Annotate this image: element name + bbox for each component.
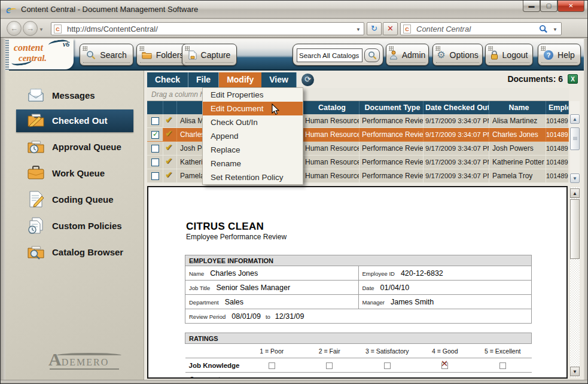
preview-scrollbar[interactable]: ▲ ▼ [570,187,580,377]
cell-date: 9/17/2009 3:34:07 PM [424,156,489,169]
row-checkbox[interactable] [151,159,159,166]
sidebar-item-catalog-browser[interactable]: Catalog Browser [5,241,144,264]
forward-button[interactable]: → [23,21,38,36]
cell-date: 9/17/2009 3:34:07 PM [424,128,489,142]
menu-item-set-retention-policy[interactable]: Set Retention Policy [203,170,303,184]
refresh-grid-icon[interactable]: ⟳ [301,74,314,86]
export-excel-icon[interactable]: X [568,74,578,84]
document-preview-pane[interactable]: CITRUS CLEAN Employee Performance Review… [147,186,568,379]
minimize-button[interactable]: ▬ [523,1,540,12]
options-button-label: Options [450,50,479,60]
menu-item-edit-document[interactable]: Edit Document [203,102,303,115]
rating-checkbox[interactable] [384,362,391,369]
header-checkbox-column[interactable] [147,101,163,114]
sidebar-item-label: Work Queue [52,168,105,178]
menu-file[interactable]: File [188,72,219,87]
folders-button[interactable]: Folders [136,44,189,66]
browser-search-input[interactable] [415,23,529,35]
menu-item-replace[interactable]: Replace [203,143,303,157]
employee-info-header: EMPLOYEE INFORMATION [185,255,532,266]
scroll-up-icon[interactable]: ▲ [570,114,580,124]
envelope-icon [27,86,45,104]
header-status-column[interactable] [163,101,177,114]
row-checkbox[interactable] [151,172,159,180]
menu-view[interactable]: View [261,72,297,87]
field-label: Review Period [189,313,226,320]
drag-hint-text: Drag a column he [151,90,208,99]
sidebar-item-work-queue[interactable]: Work Queue [5,162,144,185]
ratings-header: RATINGS [185,333,532,344]
header-name[interactable]: Name [489,101,546,114]
field-label: Department [189,299,219,306]
search-icon[interactable] [539,25,548,33]
folder-search-icon [27,243,45,261]
catalog-search-input[interactable] [297,48,362,62]
refresh-button[interactable]: ↻ [367,22,382,35]
grid-scrollbar[interactable]: ▲ ▼ [570,101,580,183]
folder-clock-icon [27,138,45,156]
header-employee-id[interactable]: Employee [546,101,569,114]
options-button[interactable]: ⚙ Options [432,44,483,66]
menu-item-append[interactable]: Append [203,129,303,143]
scroll-down-icon[interactable]: ▼ [570,173,580,183]
magnifier-icon [368,51,377,60]
cell-name: Josh Powers [489,142,546,156]
field-label: Date [362,285,374,291]
header-date-checked-out[interactable]: Date Checked Out [424,101,489,114]
scroll-up-icon[interactable]: ▲ [570,188,580,198]
sidebar-item-custom-policies[interactable]: Custom Policies [5,215,144,237]
url-box[interactable]: C ▼ [51,22,364,35]
cell-document-type: Performance Review [359,128,424,142]
field-value-review-start: 08/01/09 [231,312,261,321]
title-bar[interactable]: e Content Central - Document Management … [1,1,588,19]
preview-doc-title: Employee Performance Review [186,233,287,241]
menu-item-check-out-in[interactable]: Check Out/In [203,115,303,129]
url-input[interactable] [66,23,341,35]
folders-button-label: Folders [156,50,184,60]
rating-row-label: Job Knowledge [185,358,243,373]
menu-modify[interactable]: Modify [219,72,261,87]
maximize-button[interactable]: ▢ [540,1,557,12]
search-button[interactable]: Search [80,44,133,66]
search-options-dropdown-icon[interactable]: ▼ [553,27,557,32]
rating-checkbox[interactable] [269,362,275,369]
documents-count: Documents: 6 [491,74,563,84]
catalog-search-button[interactable] [364,48,380,62]
scroll-down-icon[interactable]: ▼ [570,367,580,376]
header-document-type[interactable]: Document Type [359,101,424,114]
close-button[interactable]: ✕ [557,1,584,12]
cell-date: 9/17/2009 3:34:07 PM [424,169,489,183]
help-icon: ? [544,50,553,60]
logout-button[interactable]: Logout [485,44,533,66]
capture-button[interactable]: Capture [182,44,237,66]
browser-logo-icon: e [6,4,18,16]
history-dropdown-icon[interactable]: ▼ [39,27,44,32]
sidebar-item-coding-queue[interactable]: Coding Queue [5,188,144,211]
rating-checkbox[interactable] [326,362,333,369]
back-button[interactable]: ← [7,21,22,36]
sidebar-item-approval-queue[interactable]: Approval Queue [5,136,144,159]
row-checkbox[interactable] [151,117,159,125]
folder-edit-icon [27,111,45,129]
browser-search-box[interactable]: C ▼ [400,22,562,35]
menu-item-rename[interactable]: Rename [203,157,303,170]
stop-button[interactable]: ✕ [383,22,398,35]
scrollbar-thumb[interactable] [570,199,580,259]
row-checkbox-checked[interactable] [151,131,159,139]
sidebar-item-checked-out[interactable]: Checked Out [16,109,133,132]
row-checkbox[interactable] [151,145,159,153]
rating-checkbox[interactable] [499,362,506,369]
header-catalog[interactable]: Catalog [303,101,359,114]
sidebar-item-messages[interactable]: Messages [5,84,144,107]
url-dropdown-icon[interactable]: ▼ [356,27,361,32]
menu-check[interactable]: Check [147,72,188,87]
help-button[interactable]: ? Help [538,44,581,66]
field-value-manager: James Smith [391,298,434,306]
scrollbar-thumb[interactable] [570,127,580,150]
admin-button[interactable]: Admin [386,44,429,66]
scale-label: 3 = Satisfactory [358,344,416,358]
field-label: Employee ID [362,270,395,277]
window-frame-right [584,38,588,384]
menu-item-edit-properties[interactable]: Edit Properties [203,88,303,102]
cell-employee-id: 1014892 [546,128,569,142]
